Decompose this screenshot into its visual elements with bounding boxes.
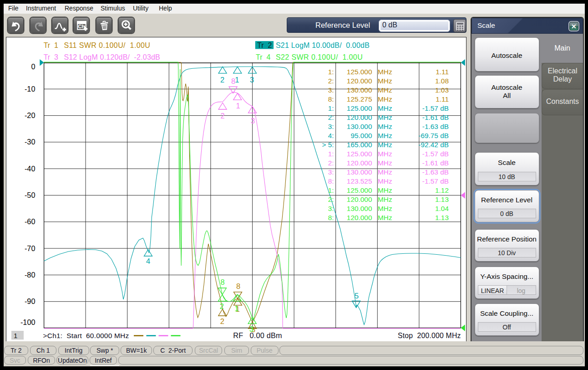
svg-text:Tr 2: Tr 2 [257, 41, 272, 49]
svg-text:-69.75 dB: -69.75 dB [418, 132, 449, 139]
svg-text:3:: 3: [328, 168, 334, 176]
svg-text:8:: 8: [328, 214, 334, 221]
svg-text:-1.57 dB: -1.57 dB [422, 177, 449, 185]
svg-text:S12 LogM 0.120dB/ -2.03dB: S12 LogM 0.120dB/ -2.03dB [64, 53, 160, 61]
svg-text:MHz: MHz [378, 132, 392, 139]
svg-text:1.08: 1.08 [435, 77, 449, 85]
svg-text:2:: 2: [328, 113, 334, 121]
svg-text:95.000: 95.000 [350, 132, 372, 139]
svg-text:-100: -100 [20, 318, 35, 326]
svg-text:120.000: 120.000 [347, 214, 372, 221]
svg-text:130.000: 130.000 [347, 205, 372, 212]
svg-text:Tr 4: Tr 4 [256, 53, 270, 61]
svg-text:1:: 1: [328, 150, 334, 158]
svg-text:MHz: MHz [378, 95, 392, 103]
svg-text:-60: -60 [25, 217, 35, 226]
svg-text:120.000: 120.000 [347, 159, 372, 167]
svg-text:-1.57 dB: -1.57 dB [422, 104, 449, 112]
svg-text:2: 2 [220, 112, 224, 120]
svg-text:4:: 4: [328, 132, 334, 139]
svg-text:1.13: 1.13 [435, 195, 449, 203]
svg-text:1:: 1: [328, 68, 334, 76]
svg-text:2: 2 [220, 76, 224, 84]
svg-text:125.000: 125.000 [347, 150, 372, 158]
svg-text:MHz: MHz [378, 86, 392, 94]
svg-text:-70: -70 [25, 244, 35, 252]
svg-text:8:: 8: [328, 177, 334, 185]
svg-text:2: 2 [220, 302, 224, 310]
svg-text:MHz: MHz [378, 123, 392, 130]
svg-text:-1.61 dB: -1.61 dB [422, 113, 449, 121]
svg-text:-30: -30 [25, 138, 35, 146]
svg-text:MHz: MHz [378, 77, 392, 85]
svg-text:MHz: MHz [378, 104, 392, 112]
svg-text:120.000: 120.000 [347, 113, 372, 121]
svg-text:1.04: 1.04 [435, 205, 449, 212]
svg-text:120.000: 120.000 [347, 77, 372, 85]
svg-text:-1.63 dB: -1.63 dB [422, 123, 449, 130]
svg-text:165.000: 165.000 [347, 141, 372, 149]
svg-text:8:: 8: [328, 95, 334, 103]
svg-text:3:: 3: [328, 86, 334, 94]
svg-text:-20: -20 [25, 111, 35, 119]
svg-text:Tr 3: Tr 3 [44, 53, 58, 61]
svg-text:1: 1 [236, 102, 240, 110]
svg-text:1.12: 1.12 [435, 186, 449, 194]
svg-text:S22 SWR 0.100U/ 1.00U: S22 SWR 0.100U/ 1.00U [276, 53, 363, 61]
svg-text:RF 0.00 dBm: RF 0.00 dBm [233, 331, 282, 339]
svg-text:MHz: MHz [378, 205, 392, 212]
svg-text:3:: 3: [328, 123, 334, 130]
svg-text:1.03: 1.03 [435, 86, 449, 94]
svg-text:130.000: 130.000 [347, 86, 372, 94]
svg-text:3: 3 [251, 117, 255, 125]
svg-text:MHz: MHz [378, 195, 392, 203]
svg-text:125.275: 125.275 [347, 95, 372, 103]
svg-text:MHz: MHz [378, 113, 392, 121]
svg-text:-1.61 dB: -1.61 dB [422, 159, 449, 167]
svg-text:2:: 2: [328, 195, 334, 203]
svg-text:2: 2 [220, 317, 224, 325]
svg-text:1.13: 1.13 [435, 214, 449, 221]
svg-text:MHz: MHz [378, 150, 392, 158]
svg-text:125.000: 125.000 [347, 186, 372, 194]
svg-text:Stop 200.000 MHz: Stop 200.000 MHz [398, 332, 461, 339]
svg-text:130.000: 130.000 [347, 168, 372, 176]
svg-text:1.11: 1.11 [436, 95, 449, 103]
svg-text:Tr 1: Tr 1 [44, 41, 58, 49]
svg-text:130.000: 130.000 [347, 123, 372, 130]
svg-text:MHz: MHz [378, 159, 392, 167]
svg-text:-90: -90 [25, 297, 35, 305]
svg-text:-80: -80 [25, 271, 35, 279]
svg-text:> 5:: > 5: [322, 141, 334, 149]
svg-text:MHz: MHz [378, 177, 392, 185]
svg-text:8: 8 [236, 282, 240, 290]
svg-text:5: 5 [355, 292, 359, 300]
svg-text:S11 SWR 0.100U/ 1.00U: S11 SWR 0.100U/ 1.00U [64, 41, 150, 49]
svg-text:4: 4 [146, 257, 150, 265]
svg-text:3:: 3: [328, 205, 334, 212]
svg-text:1: 1 [234, 304, 238, 313]
svg-text:8: 8 [220, 278, 224, 286]
svg-text:-92.42 dB: -92.42 dB [418, 141, 449, 149]
svg-text:MHz: MHz [378, 141, 392, 149]
svg-text:-10: -10 [25, 85, 35, 93]
svg-text:123.525: 123.525 [347, 177, 372, 185]
svg-text:125.000: 125.000 [347, 104, 372, 112]
svg-text:1:: 1: [328, 186, 334, 194]
svg-text:S21 LogM 10.00dB/ 0.00dB: S21 LogM 10.00dB/ 0.00dB [276, 41, 370, 49]
svg-text:1:: 1: [328, 104, 334, 112]
svg-text:2:: 2: [328, 159, 334, 167]
svg-text:125.000: 125.000 [347, 68, 372, 76]
svg-text:1.11: 1.11 [436, 68, 449, 76]
svg-text:-50: -50 [25, 191, 35, 199]
svg-text:-40: -40 [25, 164, 35, 173]
svg-text:8: 8 [231, 77, 235, 85]
svg-text:MHz: MHz [378, 168, 392, 176]
svg-text:>Ch1: Start 60.0000 MHz: >Ch1: Start 60.0000 MHz [43, 332, 129, 339]
svg-text:MHz: MHz [378, 68, 392, 76]
svg-text:1: 1 [14, 332, 17, 339]
svg-text:0: 0 [31, 62, 35, 71]
svg-text:-1.63 dB: -1.63 dB [422, 168, 449, 176]
svg-text:-1.57 dB: -1.57 dB [422, 150, 449, 158]
svg-text:MHz: MHz [378, 186, 392, 194]
